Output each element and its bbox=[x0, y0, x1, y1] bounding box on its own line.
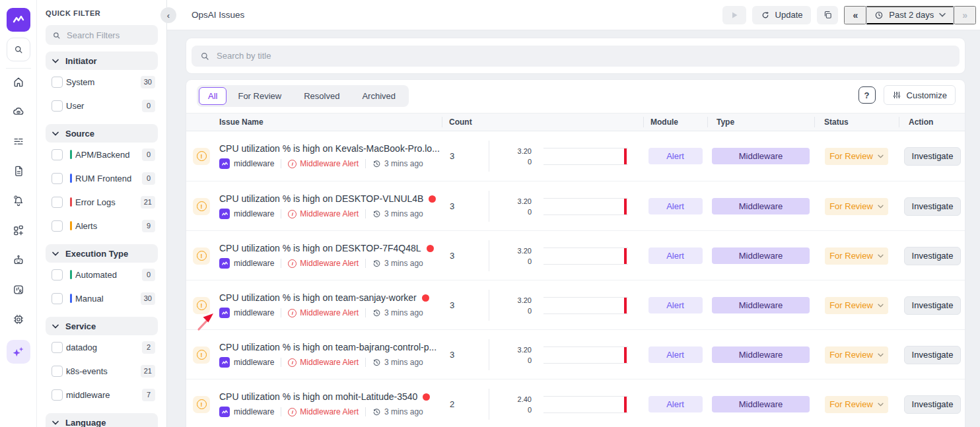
checkbox[interactable] bbox=[52, 197, 63, 208]
status-dropdown[interactable]: For Review bbox=[825, 198, 888, 215]
checkbox[interactable] bbox=[52, 173, 63, 184]
filter-item: Automated 0 bbox=[46, 263, 158, 286]
type-badge: Middleware bbox=[712, 396, 810, 412]
status-dropdown[interactable]: For Review bbox=[825, 346, 888, 364]
investigate-button[interactable]: Investigate bbox=[904, 197, 961, 216]
meta-divider bbox=[281, 259, 281, 268]
checkbox[interactable] bbox=[52, 342, 63, 353]
service-name: middleware bbox=[234, 159, 274, 168]
count-cell: 2 bbox=[442, 379, 489, 427]
checkbox[interactable] bbox=[52, 100, 63, 112]
sidebar-item-alerts[interactable] bbox=[7, 191, 30, 210]
issue-row[interactable]: ! CPU utilization % is high on DESKTOP-7… bbox=[186, 230, 965, 280]
issue-row[interactable]: ! CPU utilization % is high on team-bajr… bbox=[186, 329, 965, 379]
issue-row[interactable]: ! CPU utilization % is high on DESKTOP-V… bbox=[186, 181, 965, 230]
time-next-button[interactable]: » bbox=[954, 6, 976, 24]
title-search-box[interactable] bbox=[192, 46, 960, 67]
copy-button[interactable] bbox=[817, 6, 838, 24]
help-button[interactable]: ? bbox=[858, 86, 876, 104]
alert-source: iMiddleware Alert bbox=[288, 259, 359, 268]
filter-item-label: Alerts bbox=[75, 221, 142, 231]
middleware-logo[interactable] bbox=[7, 8, 30, 32]
middleware-service-icon bbox=[219, 209, 230, 219]
time-prev-button[interactable]: « bbox=[844, 6, 866, 24]
sparkline-cell: 3.200 bbox=[489, 147, 643, 166]
warning-bubble-icon: ! bbox=[193, 198, 210, 215]
filter-section-label: Service bbox=[65, 321, 96, 331]
filter-section-items: APM/Backend 0 RUM Frontend 0 Error Logs … bbox=[46, 143, 158, 238]
meta-divider bbox=[281, 308, 281, 317]
sidebar-item-bot[interactable] bbox=[7, 251, 30, 269]
spark-red-bar bbox=[624, 397, 627, 412]
status-dropdown[interactable]: For Review bbox=[825, 396, 888, 413]
time-range-label: Past 2 days bbox=[889, 10, 934, 20]
investigate-button[interactable]: Investigate bbox=[904, 147, 961, 166]
customize-button[interactable]: Customize bbox=[884, 85, 956, 105]
filter-item-label: RUM Frontend bbox=[75, 174, 142, 183]
filter-item-count: 0 bbox=[142, 269, 155, 281]
alert-source: iMiddleware Alert bbox=[288, 209, 359, 218]
issue-time: 3 mins ago bbox=[372, 159, 423, 168]
investigate-button[interactable]: Investigate bbox=[904, 247, 961, 265]
title-search-input[interactable] bbox=[217, 51, 931, 61]
status-tabs: All For Review Resolved Archived bbox=[197, 85, 409, 107]
sidebar-item-logs[interactable] bbox=[7, 132, 30, 150]
checkbox[interactable] bbox=[52, 149, 63, 160]
sidebar-item-opsai[interactable] bbox=[7, 340, 30, 364]
spark-max-label: 3.20 bbox=[492, 247, 532, 255]
col-module: Module bbox=[643, 117, 707, 127]
spark-red-bar bbox=[624, 199, 627, 214]
time-range-selector[interactable]: Past 2 days bbox=[866, 6, 954, 24]
play-button[interactable] bbox=[722, 6, 746, 24]
filter-section-header[interactable]: Language bbox=[46, 413, 158, 427]
main-content: ‹ OpsAI Issues Update « Past 2 days bbox=[167, 0, 980, 427]
tab-archived[interactable]: Archived bbox=[351, 87, 407, 105]
tab-resolved[interactable]: Resolved bbox=[293, 87, 351, 105]
issue-time: 3 mins ago bbox=[372, 407, 423, 416]
spark-min-label: 0 bbox=[492, 356, 532, 364]
filter-section-header[interactable]: Source bbox=[46, 124, 158, 143]
filter-section-header[interactable]: Service bbox=[46, 317, 158, 335]
type-badge: Middleware bbox=[712, 297, 810, 313]
checkbox[interactable] bbox=[52, 220, 63, 232]
spark-min-label: 0 bbox=[492, 307, 532, 315]
tab-for-review[interactable]: For Review bbox=[227, 87, 293, 105]
filter-item-count: 21 bbox=[141, 365, 155, 378]
sidebar-item-reports[interactable] bbox=[7, 162, 30, 180]
update-label: Update bbox=[775, 10, 803, 20]
investigate-button[interactable]: Investigate bbox=[904, 346, 961, 364]
tab-all[interactable]: All bbox=[199, 87, 227, 105]
sidebar-item-sessions[interactable] bbox=[7, 280, 30, 299]
status-dropdown[interactable]: For Review bbox=[825, 148, 888, 165]
checkbox[interactable] bbox=[52, 389, 63, 401]
checkbox[interactable] bbox=[52, 269, 63, 280]
update-button[interactable]: Update bbox=[752, 6, 812, 24]
filter-section-items: System 30 User 0 bbox=[46, 70, 158, 117]
chevron-down-icon bbox=[52, 59, 59, 63]
checkbox[interactable] bbox=[52, 366, 63, 377]
status-dropdown[interactable]: For Review bbox=[825, 297, 888, 314]
count-cell: 3 bbox=[442, 231, 489, 280]
topbar: ‹ OpsAI Issues Update « Past 2 days bbox=[167, 0, 980, 30]
sidebar-item-integrations[interactable] bbox=[7, 221, 30, 240]
filter-search[interactable] bbox=[46, 25, 158, 45]
global-search-button[interactable] bbox=[7, 38, 30, 61]
checkbox[interactable] bbox=[52, 293, 63, 304]
filter-item: User 0 bbox=[46, 94, 158, 117]
issue-row[interactable]: ! CPU utilization % is high on Kevals-Ma… bbox=[186, 131, 965, 181]
sidebar-item-agent-settings[interactable] bbox=[7, 310, 30, 329]
sidebar-item-infrastructure[interactable] bbox=[7, 102, 30, 121]
service-name: middleware bbox=[234, 407, 274, 416]
investigate-button[interactable]: Investigate bbox=[904, 395, 961, 414]
filter-section-header[interactable]: Initiator bbox=[46, 51, 158, 70]
filter-search-input[interactable] bbox=[67, 30, 146, 40]
clock-history-icon bbox=[372, 358, 381, 367]
filter-section-header[interactable]: Execution Type bbox=[46, 244, 158, 263]
checkbox[interactable] bbox=[52, 77, 63, 88]
sidebar-item-home[interactable] bbox=[7, 73, 30, 91]
investigate-button[interactable]: Investigate bbox=[904, 296, 961, 315]
collapse-panel-button[interactable]: ‹ bbox=[160, 7, 176, 23]
status-dropdown[interactable]: For Review bbox=[825, 247, 888, 265]
issue-row[interactable]: ! CPU utilization % is high on mohit-Lat… bbox=[186, 379, 965, 427]
issue-row[interactable]: ! CPU utilization % is high on team-sanj… bbox=[186, 280, 965, 329]
